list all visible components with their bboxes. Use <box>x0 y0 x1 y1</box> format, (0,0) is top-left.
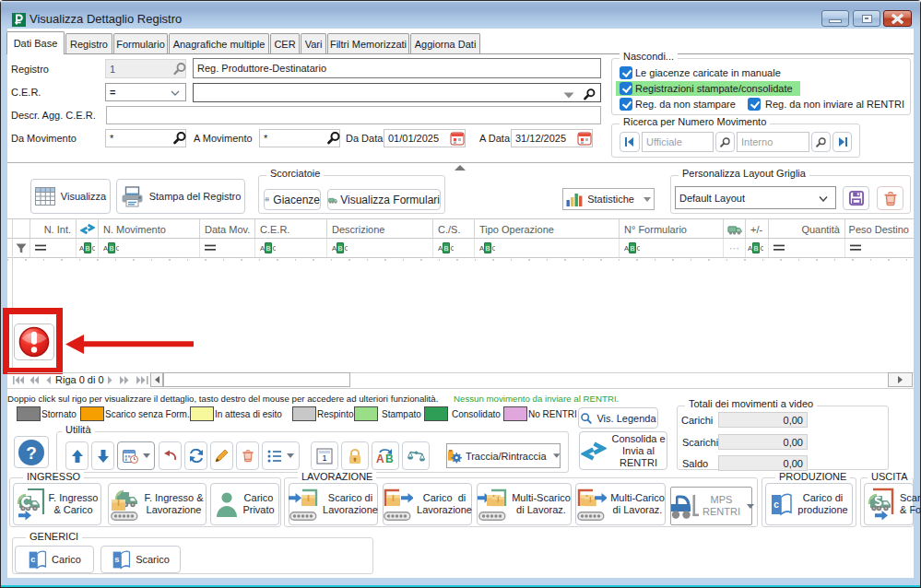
svg-text:A: A <box>332 244 337 253</box>
svg-text:1: 1 <box>322 453 326 463</box>
svg-text:C: C <box>273 244 277 253</box>
svg-text:C: C <box>345 244 348 253</box>
svg-text:B: B <box>385 453 394 464</box>
svg-text:A: A <box>479 244 484 253</box>
svg-text:A: A <box>624 244 629 253</box>
svg-text:?: ? <box>26 442 37 462</box>
svg-text:A: A <box>748 244 752 253</box>
svg-text:B: B <box>443 244 448 253</box>
svg-text:A: A <box>79 244 84 253</box>
svg-text:C: C <box>637 244 641 253</box>
svg-text:C: C <box>92 244 96 253</box>
svg-text:A: A <box>103 244 108 253</box>
svg-text:A: A <box>376 453 384 464</box>
svg-text:C: C <box>492 244 496 253</box>
svg-text:c: c <box>30 555 35 564</box>
svg-text:C: C <box>451 244 455 253</box>
svg-text:B: B <box>85 244 89 253</box>
svg-text:C: C <box>761 244 764 253</box>
svg-text:c: c <box>774 500 780 510</box>
svg-text:B: B <box>109 244 113 253</box>
svg-text:s: s <box>114 555 119 564</box>
svg-text:B: B <box>485 244 490 253</box>
svg-text:A: A <box>438 244 443 253</box>
svg-text:C: C <box>116 244 120 253</box>
svg-text:B: B <box>337 244 342 253</box>
svg-text:A: A <box>260 244 265 253</box>
svg-text:B: B <box>266 244 270 253</box>
svg-text:B: B <box>753 244 758 253</box>
svg-text:B: B <box>630 244 634 253</box>
